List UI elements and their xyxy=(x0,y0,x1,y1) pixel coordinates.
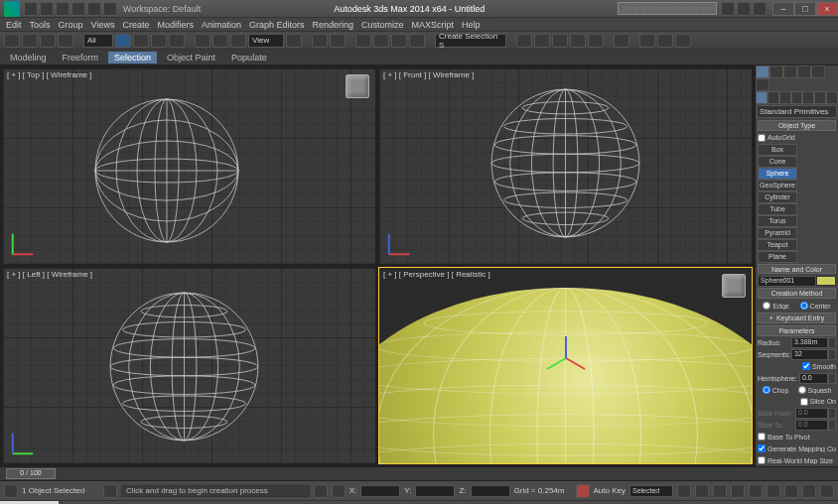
ribbon-populate[interactable]: Populate xyxy=(225,52,273,63)
smooth-checkbox[interactable]: Smooth xyxy=(802,362,836,370)
close-button[interactable]: × xyxy=(816,2,838,16)
schematic-view-button[interactable] xyxy=(588,34,604,48)
lights-subtab-icon[interactable] xyxy=(779,91,791,104)
radius-input[interactable]: 3.388m xyxy=(791,337,828,348)
prim-box[interactable]: Box xyxy=(758,144,797,156)
menu-views[interactable]: Views xyxy=(91,20,115,30)
key-mode-dropdown[interactable]: Selected xyxy=(629,485,673,497)
rollout-keyboard-entry[interactable]: +Keyboard Entry xyxy=(758,313,836,323)
utilities-tab-icon[interactable] xyxy=(756,78,769,91)
qat-button[interactable] xyxy=(71,2,85,16)
nav-pan-icon[interactable] xyxy=(767,484,780,498)
ribbon-freeform[interactable]: Freeform xyxy=(57,52,105,63)
maxscript-toggle-icon[interactable] xyxy=(4,484,18,498)
ribbon-selection[interactable]: Selection xyxy=(108,52,157,63)
viewport-front[interactable]: [ + ] [ Front ] [ Wireframe ] xyxy=(378,67,753,265)
render-frame-button[interactable] xyxy=(657,34,673,48)
menu-maxscript[interactable]: MAXScript xyxy=(412,20,455,30)
maximize-button[interactable]: □ xyxy=(794,2,816,16)
keyboard-shortcut-button[interactable] xyxy=(330,34,346,48)
spinner-snap-button[interactable] xyxy=(409,34,425,48)
hierarchy-tab-icon[interactable] xyxy=(783,65,797,78)
hemisphere-input[interactable]: 0.0 xyxy=(799,373,828,384)
systems-subtab-icon[interactable] xyxy=(826,91,838,104)
color-swatch[interactable] xyxy=(816,276,836,286)
menu-customize[interactable]: Customize xyxy=(361,20,404,30)
workspace-selector[interactable]: Workspace: Default xyxy=(123,4,201,14)
nav-maximize-icon[interactable] xyxy=(820,484,834,498)
auto-key-button[interactable] xyxy=(576,484,590,498)
ribbon-object-paint[interactable]: Object Paint xyxy=(161,52,221,63)
rollout-object-type[interactable]: Object Type xyxy=(758,120,836,131)
geometry-subtab-icon[interactable] xyxy=(756,91,768,104)
viewport-label[interactable]: [ + ] [ Front ] [ Wireframe ] xyxy=(383,70,474,79)
curve-editor-button[interactable] xyxy=(570,34,586,48)
auto-key-label[interactable]: Auto Key xyxy=(594,486,626,495)
viewport-left[interactable]: [ + ] [ Left ] [ Wireframe ] xyxy=(2,267,376,464)
qat-button[interactable] xyxy=(103,2,117,16)
nav-orbit-icon[interactable] xyxy=(802,484,816,498)
base-to-pivot-checkbox[interactable]: Base To Pivot xyxy=(758,433,810,441)
viewport-label[interactable]: [ + ] [ Top ] [ Wireframe ] xyxy=(7,70,91,79)
transform-y-input[interactable] xyxy=(415,485,455,497)
snap-toggle-button[interactable] xyxy=(355,34,371,48)
spinner-icon[interactable] xyxy=(828,373,836,384)
qat-button[interactable] xyxy=(40,2,54,16)
helpers-subtab-icon[interactable] xyxy=(802,91,814,104)
transform-z-input[interactable] xyxy=(471,485,510,497)
material-editor-button[interactable] xyxy=(614,34,629,48)
selection-lock-icon[interactable] xyxy=(332,484,346,498)
real-world-map-checkbox[interactable]: Real-World Map Size xyxy=(758,456,833,464)
use-center-button[interactable] xyxy=(286,34,302,48)
goto-end-icon[interactable] xyxy=(749,484,763,498)
viewport-label[interactable]: [ + ] [ Perspective ] [ Realistic ] xyxy=(383,270,490,279)
menu-animation[interactable]: Animation xyxy=(202,20,241,30)
minimize-button[interactable]: – xyxy=(772,2,794,16)
next-frame-icon[interactable] xyxy=(731,484,745,498)
prim-cylinder[interactable]: Cylinder xyxy=(758,191,797,203)
category-dropdown[interactable]: Standard Primitives xyxy=(757,105,837,118)
info-button[interactable] xyxy=(721,2,735,16)
segments-input[interactable]: 32 xyxy=(791,349,828,360)
menu-rendering[interactable]: Rendering xyxy=(313,20,354,30)
viewport-top[interactable]: [ + ] [ Top ] [ Wireframe ] xyxy=(2,67,376,265)
scale-button[interactable] xyxy=(230,34,246,48)
select-region-button[interactable] xyxy=(151,34,167,48)
selection-filter-dropdown[interactable]: All xyxy=(83,34,113,48)
display-tab-icon[interactable] xyxy=(811,65,825,78)
prim-cone[interactable]: Cone xyxy=(758,156,797,168)
select-by-name-button[interactable] xyxy=(133,34,149,48)
prev-frame-icon[interactable] xyxy=(695,484,709,498)
app-menu-icon[interactable] xyxy=(4,1,20,17)
viewcube-icon[interactable] xyxy=(722,274,746,298)
rotate-button[interactable] xyxy=(212,34,228,48)
object-name-input[interactable]: Sphere001 xyxy=(758,276,816,287)
menu-graph-editors[interactable]: Graph Editors xyxy=(249,20,305,30)
rollout-name-color[interactable]: Name and Color xyxy=(758,264,836,275)
nav-zoom-icon[interactable] xyxy=(784,484,798,498)
undo-button[interactable] xyxy=(4,34,20,48)
slice-on-checkbox[interactable]: Slice On xyxy=(800,398,836,406)
time-slider[interactable]: 0 / 100 xyxy=(0,466,838,480)
time-slider-handle[interactable]: 0 / 100 xyxy=(6,468,56,479)
modify-tab-icon[interactable] xyxy=(769,65,783,78)
favorites-button[interactable] xyxy=(753,2,767,16)
help-search-input[interactable] xyxy=(618,2,717,15)
qat-button[interactable] xyxy=(24,2,38,16)
rollout-creation-method[interactable]: Creation Method xyxy=(758,288,836,299)
named-selection-dropdown[interactable]: Create Selection S xyxy=(435,34,506,48)
unlink-button[interactable] xyxy=(58,34,73,48)
align-button[interactable] xyxy=(534,34,550,48)
shapes-subtab-icon[interactable] xyxy=(768,91,779,104)
prim-teapot[interactable]: Teapot xyxy=(758,239,797,251)
transform-gizmo-icon[interactable] xyxy=(566,358,567,359)
help-button[interactable] xyxy=(737,2,751,16)
prim-pyramid[interactable]: Pyramid xyxy=(758,227,797,239)
spacewarps-subtab-icon[interactable] xyxy=(814,91,826,104)
play-icon[interactable] xyxy=(713,484,727,498)
select-object-button[interactable] xyxy=(115,34,131,48)
motion-tab-icon[interactable] xyxy=(797,65,811,78)
link-button[interactable] xyxy=(40,34,56,48)
prim-torus[interactable]: Torus xyxy=(758,215,797,227)
goto-start-icon[interactable] xyxy=(677,484,691,498)
